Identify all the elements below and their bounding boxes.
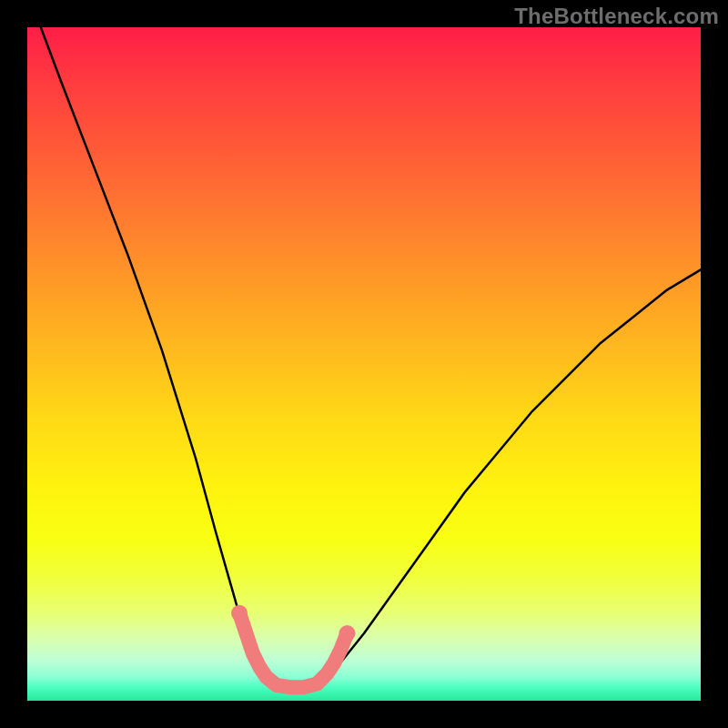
chart-frame: TheBottleneck.com	[0, 0, 728, 728]
plot-area	[27, 27, 701, 701]
watermark-text: TheBottleneck.com	[514, 4, 719, 29]
sweet-spot-endpoint	[231, 605, 248, 622]
curve-layer	[27, 27, 701, 701]
sweet-spot-endpoint	[339, 625, 356, 642]
sweet-spot-highlight	[239, 613, 347, 687]
bottleneck-curve	[41, 27, 701, 687]
